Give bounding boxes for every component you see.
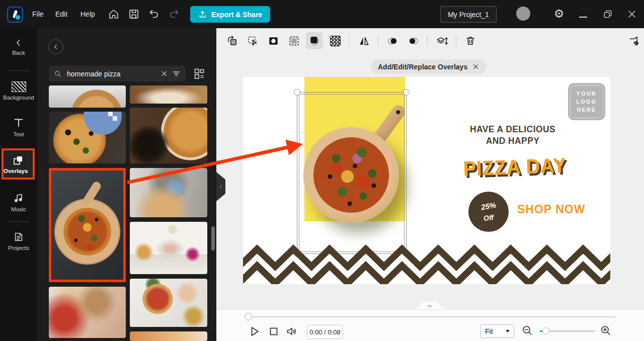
text-icon xyxy=(0,117,37,129)
time-display: 0:00 / 0:08 xyxy=(307,325,343,339)
panel-scrollbar[interactable] xyxy=(211,226,215,250)
thumbnail-mother-daughter[interactable] xyxy=(49,287,126,338)
sidebar: Back Background Text Overlays Music xyxy=(0,28,37,341)
zoom-slider-knob[interactable] xyxy=(542,327,549,334)
zigzag-border xyxy=(243,244,610,284)
pizza-day-title[interactable]: PIZZA DAY xyxy=(454,153,575,181)
search-box xyxy=(49,66,186,81)
search-icon xyxy=(54,70,62,78)
replace-tool-icon[interactable] xyxy=(223,32,240,49)
headline-text[interactable]: HAVE A DELICIOUS AND HAPPY xyxy=(434,124,591,147)
search-input[interactable] xyxy=(66,69,156,78)
selection-handle-top-right[interactable] xyxy=(403,89,410,96)
delete-tool-icon[interactable] xyxy=(462,32,479,49)
export-share-label: Export & Share xyxy=(211,11,262,19)
pattern-tool-icon[interactable] xyxy=(327,32,344,49)
menu-file[interactable]: File xyxy=(32,0,44,28)
thumbnail-making-pizza[interactable] xyxy=(130,279,207,327)
topbar: File Edit Help Export & Share My Project… xyxy=(0,0,644,28)
sidebar-item-projects[interactable]: Projects xyxy=(0,231,37,251)
sidebar-divider xyxy=(9,70,29,71)
sidebar-divider xyxy=(9,221,29,222)
window-close-button[interactable] xyxy=(627,9,637,19)
overlay-mode-pill: Add/Edit/Replace Overlays xyxy=(371,59,486,74)
play-button[interactable] xyxy=(249,325,261,337)
discount-badge[interactable]: 25% Off xyxy=(468,192,509,232)
sidebar-item-overlays[interactable]: Overlays xyxy=(2,148,35,180)
shadow-tool-icon[interactable] xyxy=(306,32,323,49)
seek-knob[interactable] xyxy=(245,313,252,320)
fit-dropdown[interactable]: Fit xyxy=(480,324,514,338)
overlay-toolbar xyxy=(223,32,479,49)
window-minimize-button[interactable] xyxy=(579,17,587,18)
sidebar-item-music[interactable]: Music xyxy=(0,192,37,212)
sidebar-back-label: Back xyxy=(12,50,25,56)
overlays-search-panel xyxy=(37,28,216,341)
seek-bar[interactable] xyxy=(248,316,615,317)
overlays-label: Overlays xyxy=(4,168,33,174)
overlay-mode-label: Add/Edit/Replace Overlays xyxy=(378,63,467,71)
thumbnail-selected-pizza-board[interactable] xyxy=(49,168,126,282)
category-grid-icon[interactable] xyxy=(193,67,205,79)
panel-back-button[interactable] xyxy=(48,39,63,54)
menu-edit[interactable]: Edit xyxy=(55,0,67,28)
export-share-button[interactable]: Export & Share xyxy=(190,6,270,23)
workspace: Add/Edit/Replace Overlays YOUR LOGO xyxy=(216,28,644,341)
layer-order-tool-icon[interactable] xyxy=(433,32,450,49)
volume-icon[interactable] xyxy=(286,325,298,337)
thumbnail-holding-dough[interactable] xyxy=(130,168,207,217)
overlays-icon xyxy=(4,154,33,166)
upload-icon xyxy=(198,10,207,19)
logo-placeholder[interactable]: YOUR LOGO HERE xyxy=(568,83,605,120)
close-pill-icon[interactable] xyxy=(472,63,479,70)
music-icon xyxy=(0,192,37,204)
undo-icon[interactable] xyxy=(148,8,160,20)
shop-now-text[interactable]: SHOP NOW xyxy=(517,203,585,216)
projects-icon xyxy=(0,231,37,242)
thumbnail-pizza-on-tray[interactable] xyxy=(49,86,126,108)
stop-button[interactable] xyxy=(268,325,280,337)
chevron-down-icon xyxy=(506,330,510,332)
window-maximize-button[interactable] xyxy=(603,9,613,19)
mask-tool-icon[interactable] xyxy=(265,32,282,49)
sidebar-item-back[interactable]: Back xyxy=(0,38,37,56)
frame-tool-icon[interactable] xyxy=(285,32,302,49)
fade-out-tool-icon[interactable] xyxy=(405,32,422,49)
home-icon[interactable] xyxy=(108,8,120,20)
zoom-out-icon[interactable] xyxy=(521,324,533,336)
back-chevron-icon xyxy=(0,38,37,47)
thumbnail-olive-pizza-checkered[interactable] xyxy=(49,112,126,163)
player-bar xyxy=(216,309,644,341)
crop-tool-icon[interactable] xyxy=(244,32,261,49)
thumbnail-pizza-olive-bowl[interactable] xyxy=(130,108,207,163)
project-name-field[interactable]: My Project_1 xyxy=(440,6,497,23)
video-editor-app: File Edit Help Export & Share My Project… xyxy=(0,0,644,341)
background-icon xyxy=(0,81,37,92)
audio-settings-icon[interactable] xyxy=(627,34,640,47)
thumbnail-kitchen-woman[interactable] xyxy=(130,222,207,274)
fit-label: Fit xyxy=(485,327,493,335)
avatar[interactable] xyxy=(516,7,530,21)
menu-help[interactable]: Help xyxy=(80,0,95,28)
redo-icon[interactable] xyxy=(168,8,180,20)
settings-gear-icon[interactable]: ⚙ xyxy=(552,7,566,20)
sidebar-item-background[interactable]: Background xyxy=(0,81,37,101)
clear-search-icon[interactable] xyxy=(160,70,168,77)
design-canvas[interactable]: YOUR LOGO HERE HAVE A DELICIOUS AND HAPP… xyxy=(243,77,610,284)
app-logo-icon[interactable] xyxy=(7,7,23,23)
selection-box[interactable] xyxy=(297,92,407,254)
thumbnail-flour-board[interactable] xyxy=(130,86,207,104)
save-icon[interactable] xyxy=(128,8,140,20)
sidebar-item-text[interactable]: Text xyxy=(0,117,37,137)
flip-tool-icon[interactable] xyxy=(355,32,372,49)
zoom-in-icon[interactable] xyxy=(600,324,612,336)
timeline-collapse-tab[interactable] xyxy=(415,302,444,309)
thumbnail-partial[interactable] xyxy=(130,331,207,341)
selection-handle-top-left[interactable] xyxy=(294,89,300,96)
fade-in-tool-icon[interactable] xyxy=(384,32,401,49)
filter-icon[interactable] xyxy=(172,69,181,78)
